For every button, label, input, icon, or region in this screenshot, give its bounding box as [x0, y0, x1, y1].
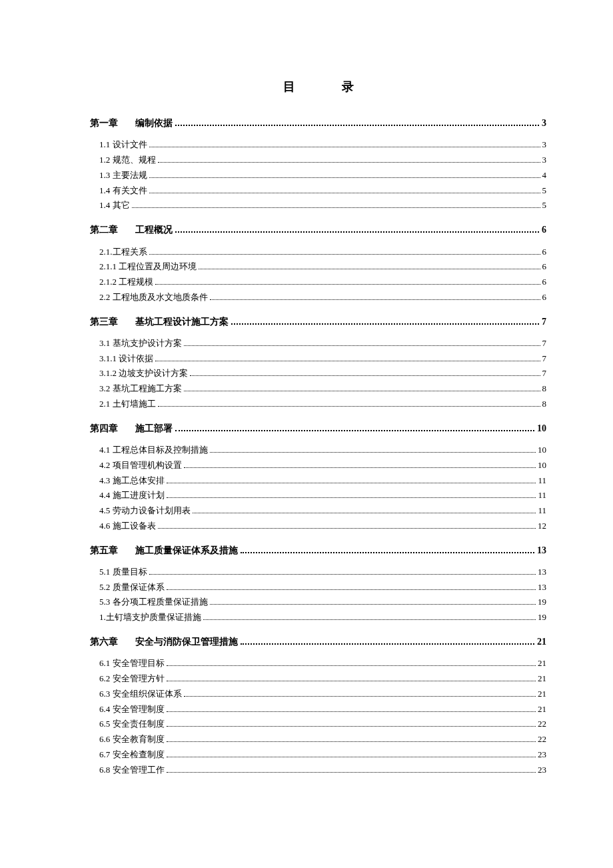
leader-dots	[158, 406, 540, 407]
sub-title: 1.4 有关文件	[99, 183, 147, 199]
leader-dots	[175, 231, 539, 233]
leader-dots	[175, 430, 534, 431]
leader-dots	[184, 696, 536, 697]
sub-title: 3.1.1 设计依据	[99, 351, 153, 367]
sub-row: 6.3 安全组织保证体系21	[99, 687, 546, 702]
sub-title: 2.1.工程关系	[99, 245, 147, 260]
leader-dots	[167, 589, 536, 590]
chapter-label: 第二章	[90, 223, 118, 237]
sub-title: 1.4 其它	[99, 198, 130, 213]
leader-dots	[149, 254, 540, 255]
sub-page: 7	[542, 351, 547, 367]
chapter-title: 施工质量保证体系及措施	[135, 543, 238, 558]
leader-dots	[167, 772, 536, 773]
sub-row: 6.4 安全管理制度21	[99, 702, 546, 717]
chapter-row: 第一章编制依据3	[90, 116, 546, 131]
sub-title: 4.4 施工进度计划	[99, 488, 165, 503]
sub-row: 4.6 施工设备表12	[99, 519, 546, 534]
leader-dots	[167, 757, 536, 757]
sub-row: 4.2 项目管理机构设置10	[99, 458, 546, 473]
sub-row: 5.3 各分项工程质量保证措施19	[99, 595, 546, 610]
sub-page: 5	[542, 183, 547, 199]
sub-row: 2.2 工程地质及水文地质条件6	[99, 290, 546, 305]
sub-row: 1.1 设计文件3	[99, 137, 546, 153]
sub-page: 12	[538, 519, 546, 534]
leader-dots	[184, 391, 540, 391]
chapter-title: 基坑工程设计施工方案	[135, 315, 229, 329]
sub-row: 6.8 安全管理工作23	[99, 763, 546, 778]
sub-row: 6.1 安全管理目标21	[99, 656, 546, 671]
chapter-title: 安全与消防保卫管理措施	[135, 635, 238, 649]
sub-title: 3.2 基坑工程施工方案	[99, 381, 182, 397]
sub-row: 1.4 其它5	[99, 198, 546, 213]
sub-title: 5.1 质量目标	[99, 565, 147, 580]
sub-row: 6.6 安全教育制度22	[99, 732, 546, 747]
chapter-page: 3	[542, 116, 546, 131]
sub-page: 8	[542, 397, 547, 412]
toc-title-left: 目	[283, 80, 295, 93]
leader-dots	[210, 604, 536, 605]
sub-page: 13	[538, 580, 546, 595]
sub-page: 11	[538, 503, 546, 519]
chapter-row: 第六章安全与消防保卫管理措施21	[90, 635, 546, 649]
sub-title: 2.1 土钉墙施工	[99, 397, 156, 412]
sub-page: 7	[542, 366, 547, 381]
sub-row: 2.1 土钉墙施工8	[99, 397, 546, 412]
sub-title: 5.2 质量保证体系	[99, 580, 165, 595]
sub-row: 4.5 劳动力设备计划用表11	[99, 503, 546, 519]
chapter-label: 第一章	[90, 116, 118, 131]
sub-page: 19	[538, 595, 546, 610]
sub-title: 6.8 安全管理工作	[99, 763, 165, 778]
sub-title: 1.土钉墙支护质量保证措施	[99, 610, 201, 625]
chapter-page: 7	[542, 315, 546, 329]
chapter-title: 施工部署	[135, 421, 173, 436]
sub-title: 4.5 劳动力设备计划用表	[99, 503, 191, 519]
sub-row: 3.1.1 设计依据7	[99, 351, 546, 367]
sub-title: 6.5 安全责任制度	[99, 717, 165, 732]
leader-dots	[149, 193, 540, 193]
leader-dots	[158, 528, 536, 529]
chapter-label: 第三章	[90, 315, 118, 329]
leader-dots	[241, 643, 534, 645]
chapter-page: 13	[537, 543, 546, 558]
sub-row: 6.2 安全管理方针21	[99, 671, 546, 687]
leader-dots	[167, 665, 536, 666]
sub-page: 6	[542, 259, 547, 275]
sub-page: 23	[538, 763, 546, 778]
sub-title: 6.2 安全管理方针	[99, 671, 165, 687]
sub-title: 6.1 安全管理目标	[99, 656, 165, 671]
sub-page: 8	[542, 381, 547, 397]
sub-title: 5.3 各分项工程质量保证措施	[99, 595, 208, 610]
sub-row: 3.1.2 边坡支护设计方案7	[99, 366, 546, 381]
sub-title: 4.2 项目管理机构设置	[99, 458, 182, 473]
sub-title: 1.2 规范、规程	[99, 153, 156, 168]
chapter-row: 第二章工程概况6	[90, 223, 546, 237]
leader-dots	[167, 483, 536, 483]
sub-page: 6	[542, 290, 547, 305]
sub-title: 3.1 基坑支护设计方案	[99, 336, 182, 351]
leader-dots	[167, 726, 536, 727]
chapter-label: 第六章	[90, 635, 118, 649]
sub-row: 1.3 主要法规4	[99, 168, 546, 183]
sub-page: 11	[538, 488, 546, 503]
sub-page: 10	[538, 458, 546, 473]
leader-dots	[199, 269, 540, 269]
sub-row: 5.1 质量目标13	[99, 565, 546, 580]
leader-dots	[175, 125, 539, 126]
chapter-page: 21	[537, 635, 546, 649]
leader-dots	[155, 361, 540, 361]
sub-row: 1.2 规范、规程3	[99, 153, 546, 168]
leader-dots	[190, 375, 540, 376]
leader-dots	[241, 552, 534, 553]
chapter-title: 编制依据	[135, 116, 173, 131]
sub-page: 10	[538, 443, 546, 458]
sub-page: 21	[538, 702, 546, 717]
leader-dots	[184, 345, 540, 346]
sub-row: 3.1 基坑支护设计方案7	[99, 336, 546, 351]
chapter-label: 第五章	[90, 543, 118, 558]
leader-dots	[203, 619, 536, 620]
chapter-row: 第四章施工部署10	[90, 421, 546, 436]
toc-title-right: 录	[342, 80, 354, 93]
chapter-page: 10	[537, 421, 546, 436]
sub-row: 1.4 有关文件5	[99, 183, 546, 199]
